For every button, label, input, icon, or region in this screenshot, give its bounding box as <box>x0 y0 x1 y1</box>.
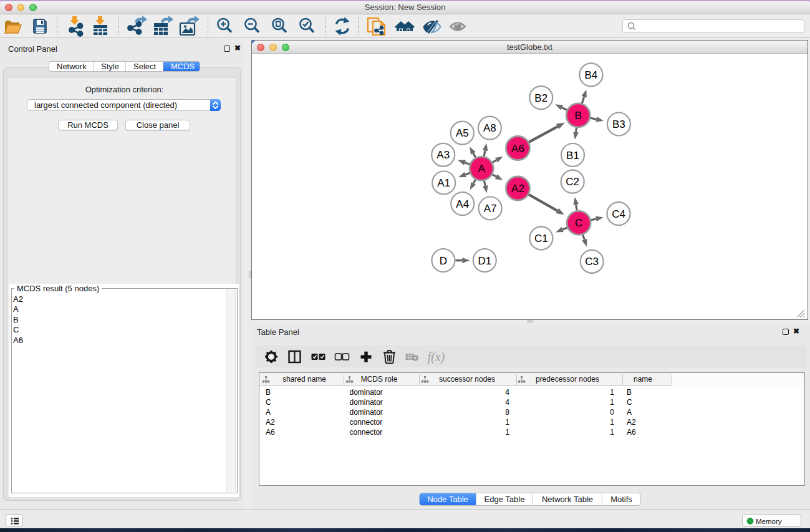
svg-text:A5: A5 <box>455 127 468 139</box>
svg-text:A1: A1 <box>437 177 450 189</box>
svg-text:A2: A2 <box>511 183 524 195</box>
svg-text:Memory: Memory <box>756 518 782 525</box>
svg-text:f(x): f(x) <box>428 350 445 364</box>
svg-text:C3: C3 <box>585 256 599 268</box>
svg-text:D1: D1 <box>478 254 491 266</box>
svg-text:A4: A4 <box>456 198 469 210</box>
svg-text:B3: B3 <box>612 118 625 130</box>
svg-text:A6: A6 <box>511 142 524 154</box>
svg-text:B2: B2 <box>534 92 547 104</box>
svg-text:B: B <box>574 109 581 121</box>
svg-text:D: D <box>439 254 446 266</box>
svg-text:C4: C4 <box>612 208 625 220</box>
svg-text:C: C <box>574 217 582 229</box>
svg-text:B4: B4 <box>584 69 597 80</box>
svg-text:C2: C2 <box>566 176 579 188</box>
svg-text:A7: A7 <box>483 203 496 215</box>
svg-text:B1: B1 <box>566 149 579 161</box>
svg-text:A8: A8 <box>483 122 496 134</box>
svg-text:C1: C1 <box>534 232 548 244</box>
svg-text:A: A <box>478 163 485 175</box>
svg-text:A3: A3 <box>436 149 450 161</box>
